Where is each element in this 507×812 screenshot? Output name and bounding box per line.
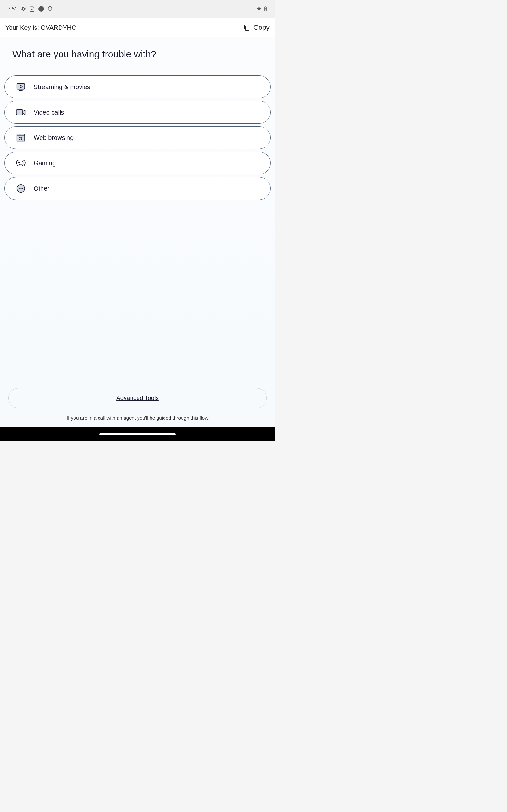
svg-point-18 [19, 188, 20, 189]
play-display-icon [16, 82, 26, 92]
svg-point-16 [23, 163, 24, 164]
advanced-tools-button[interactable]: Advanced Tools [8, 388, 267, 408]
game-controller-icon [16, 158, 26, 168]
video-camera-icon [16, 107, 26, 117]
option-label: Gaming [34, 159, 56, 167]
svg-point-8 [18, 135, 19, 136]
key-display: Your Key is: GVARDYHC [5, 24, 76, 32]
lightbulb-icon [47, 6, 53, 12]
status-bar-left: 7:51 [8, 6, 53, 12]
ellipsis-circle-icon [16, 183, 26, 194]
guide-text: If you are in a call with an agent you'l… [8, 415, 267, 421]
option-label: Web browsing [34, 134, 73, 142]
status-dot-icon [38, 6, 44, 12]
option-other[interactable]: Other [4, 177, 271, 200]
option-label: Video calls [34, 109, 64, 116]
copy-button[interactable]: Copy [243, 23, 270, 32]
option-video-calls[interactable]: Video calls [4, 101, 271, 124]
option-gaming[interactable]: Gaming [4, 152, 271, 174]
browser-search-icon [16, 133, 26, 143]
page-title: What are you having trouble with? [12, 49, 271, 60]
copy-label: Copy [253, 23, 270, 32]
svg-rect-2 [245, 26, 249, 31]
key-bar: Your Key is: GVARDYHC Copy [0, 18, 275, 38]
battery-icon [264, 6, 268, 12]
main-area: What are you having trouble with? Stream… [0, 38, 275, 427]
wifi-icon [256, 6, 262, 12]
svg-rect-5 [16, 110, 23, 115]
status-bar-right [256, 6, 268, 12]
nav-handle[interactable] [100, 433, 176, 435]
svg-point-19 [20, 188, 21, 189]
checklist-icon [30, 6, 35, 12]
svg-point-10 [20, 135, 21, 136]
svg-point-20 [22, 188, 23, 189]
option-label: Streaming & movies [34, 84, 90, 91]
status-time: 7:51 [8, 6, 17, 12]
svg-rect-1 [265, 7, 266, 7]
option-streaming-movies[interactable]: Streaming & movies [4, 75, 271, 98]
option-label: Other [34, 185, 49, 192]
bottom-area: Advanced Tools If you are in a call with… [4, 388, 271, 427]
key-label-prefix: Your Key is: [5, 24, 41, 31]
status-bar: 7:51 [0, 0, 275, 18]
advanced-tools-label: Advanced Tools [116, 395, 159, 402]
svg-point-9 [19, 135, 20, 136]
svg-rect-3 [17, 84, 25, 90]
key-value: GVARDYHC [41, 24, 76, 31]
svg-point-15 [22, 161, 23, 162]
system-nav-bar[interactable] [0, 427, 275, 441]
copy-icon [243, 24, 250, 32]
settings-icon [20, 6, 26, 12]
option-list: Streaming & movies Video calls [4, 75, 271, 200]
option-web-browsing[interactable]: Web browsing [4, 126, 271, 149]
